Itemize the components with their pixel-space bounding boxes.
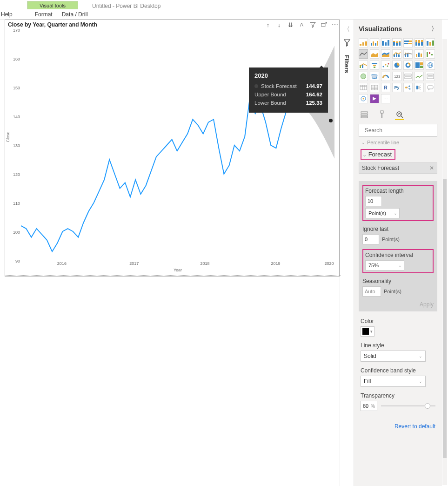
viz-line-column-icon[interactable] bbox=[392, 49, 401, 59]
plot-area: Close Year 90100110120130140150160170 20… bbox=[21, 30, 334, 260]
viz-area-icon[interactable] bbox=[370, 49, 379, 59]
svg-rect-41 bbox=[429, 52, 430, 54]
apply-button[interactable]: Apply bbox=[362, 301, 434, 308]
filters-icon[interactable] bbox=[344, 39, 350, 48]
viz-python-icon[interactable]: Py bbox=[392, 83, 401, 92]
scrollbar[interactable] bbox=[442, 39, 447, 485]
viz-scatter-icon[interactable] bbox=[381, 61, 390, 70]
revert-default-link[interactable]: Revert to default bbox=[354, 421, 442, 435]
format-tab-icon[interactable] bbox=[377, 110, 387, 120]
svg-text:123: 123 bbox=[394, 74, 401, 79]
viz-column-icon[interactable] bbox=[381, 38, 390, 47]
conf-band-select[interactable]: Fill⌄ bbox=[361, 376, 426, 387]
viz-line-icon[interactable] bbox=[359, 49, 368, 59]
drill-down-icon[interactable]: ↓ bbox=[276, 21, 282, 28]
svg-point-59 bbox=[361, 74, 366, 79]
chart-visual[interactable]: Close by Year, Quarter and Month ↑ ↓ ⇊ ⚻… bbox=[5, 20, 340, 277]
forecast-section-header[interactable]: ⌄ Forecast bbox=[354, 146, 442, 162]
svg-line-78 bbox=[407, 88, 409, 89]
viz-stacked-column-icon[interactable] bbox=[392, 38, 401, 47]
expand-hierarchy-icon[interactable]: ⚻ bbox=[298, 21, 305, 28]
viz-kpi-icon[interactable] bbox=[415, 72, 424, 81]
viz-r-icon[interactable]: R bbox=[381, 83, 390, 92]
expand-filters-icon[interactable]: 〈 bbox=[344, 25, 350, 34]
color-picker[interactable]: ▾ bbox=[361, 326, 374, 337]
viz-donut-icon[interactable] bbox=[403, 61, 413, 70]
svg-rect-55 bbox=[420, 66, 423, 68]
search-input[interactable] bbox=[365, 127, 435, 134]
viz-pie-icon[interactable] bbox=[392, 61, 401, 70]
menu-format[interactable]: Format bbox=[30, 11, 57, 18]
svg-point-47 bbox=[385, 64, 387, 66]
viz-slicer-icon[interactable] bbox=[426, 72, 435, 81]
svg-rect-40 bbox=[427, 52, 428, 57]
svg-rect-45 bbox=[374, 67, 375, 68]
svg-rect-1 bbox=[360, 44, 361, 46]
forecast-series-row[interactable]: Stock Forecast ✕ bbox=[359, 162, 437, 174]
focus-mode-icon[interactable] bbox=[321, 21, 327, 28]
forecast-length-input[interactable] bbox=[365, 196, 382, 206]
line-style-select[interactable]: Solid⌄ bbox=[361, 351, 426, 362]
svg-rect-66 bbox=[360, 85, 367, 90]
viz-gauge-icon[interactable] bbox=[381, 72, 390, 81]
viz-shape-map-icon[interactable] bbox=[370, 72, 379, 81]
analytics-tab-icon[interactable] bbox=[395, 110, 404, 120]
viz-100stacked-col-icon[interactable] bbox=[415, 38, 424, 47]
viz-map-icon[interactable] bbox=[426, 61, 435, 70]
forecast-length-unit[interactable]: Point(s)⌄ bbox=[365, 208, 400, 218]
percentile-line-item[interactable]: ⌄Percentile line bbox=[354, 140, 442, 146]
menu-data-drill[interactable]: Data / Drill bbox=[57, 11, 93, 18]
transparency-value[interactable]: 80% bbox=[361, 401, 377, 411]
fields-tab-icon[interactable] bbox=[360, 110, 369, 120]
viz-arcgis-icon[interactable] bbox=[359, 94, 368, 103]
viz-ribbon-icon[interactable] bbox=[426, 38, 435, 47]
title-bar: Visual tools Untitled - Power BI Desktop bbox=[0, 0, 448, 9]
svg-rect-63 bbox=[427, 74, 434, 79]
viz-funnel2-icon[interactable] bbox=[359, 61, 368, 70]
viz-card-icon[interactable]: 123 bbox=[392, 72, 401, 81]
svg-rect-2 bbox=[362, 42, 364, 46]
viz-stacked-bar-icon[interactable] bbox=[359, 38, 368, 47]
viz-treemap-icon[interactable] bbox=[415, 61, 424, 70]
viz-key-influencers-icon[interactable] bbox=[403, 83, 413, 92]
transparency-slider[interactable] bbox=[381, 405, 435, 406]
viz-table-icon[interactable] bbox=[359, 83, 368, 92]
viz-waterfall-icon[interactable] bbox=[426, 49, 435, 59]
viz-clustered-bar-icon[interactable] bbox=[370, 38, 379, 47]
viz-combo-icon[interactable] bbox=[415, 49, 424, 59]
svg-rect-42 bbox=[431, 54, 433, 55]
remove-series-icon[interactable]: ✕ bbox=[429, 165, 434, 171]
analytics-search[interactable] bbox=[359, 124, 437, 137]
drill-all-icon[interactable]: ⇊ bbox=[287, 21, 294, 28]
window-title: Untitled - Power BI Desktop bbox=[92, 3, 160, 9]
viz-qna-icon[interactable] bbox=[426, 83, 435, 92]
viz-line-stacked-icon[interactable] bbox=[403, 49, 413, 59]
svg-rect-88 bbox=[361, 116, 368, 118]
visualizations-pane: Visualizations 〉 bbox=[354, 20, 442, 486]
svg-rect-24 bbox=[418, 40, 420, 43]
svg-rect-26 bbox=[421, 40, 423, 42]
viz-funnel-icon[interactable] bbox=[370, 61, 379, 70]
viz-matrix-icon[interactable] bbox=[370, 83, 379, 92]
ignore-last-unit: Point(s) bbox=[382, 236, 400, 242]
viz-get-more-icon[interactable]: ⋯ bbox=[381, 94, 390, 103]
viz-100stacked-bar-icon[interactable] bbox=[403, 38, 413, 47]
drill-up-icon[interactable]: ↑ bbox=[265, 21, 271, 28]
collapse-viz-icon[interactable]: 〉 bbox=[431, 25, 437, 33]
viz-filled-map-icon[interactable] bbox=[359, 72, 368, 81]
y-axis-ticks: 90100110120130140150160170 bbox=[11, 30, 20, 260]
viz-multirow-card-icon[interactable] bbox=[403, 72, 413, 81]
seasonality-input[interactable]: Auto bbox=[362, 286, 381, 297]
viz-stacked-area-icon[interactable] bbox=[381, 49, 390, 59]
viz-powerapps-icon[interactable] bbox=[370, 94, 379, 103]
filter-icon[interactable] bbox=[309, 21, 316, 28]
seasonality-label: Seasonality bbox=[362, 278, 434, 284]
visual-tools-tab[interactable]: Visual tools bbox=[27, 1, 78, 9]
ignore-last-input[interactable] bbox=[362, 234, 379, 244]
more-options-icon[interactable] bbox=[332, 21, 338, 28]
menu-help[interactable]: Help bbox=[0, 11, 17, 18]
viz-decomposition-icon[interactable] bbox=[415, 83, 424, 92]
filters-label: Filters bbox=[343, 55, 350, 73]
svg-point-48 bbox=[387, 66, 388, 67]
confidence-select[interactable]: 75%⌄ bbox=[365, 260, 404, 270]
